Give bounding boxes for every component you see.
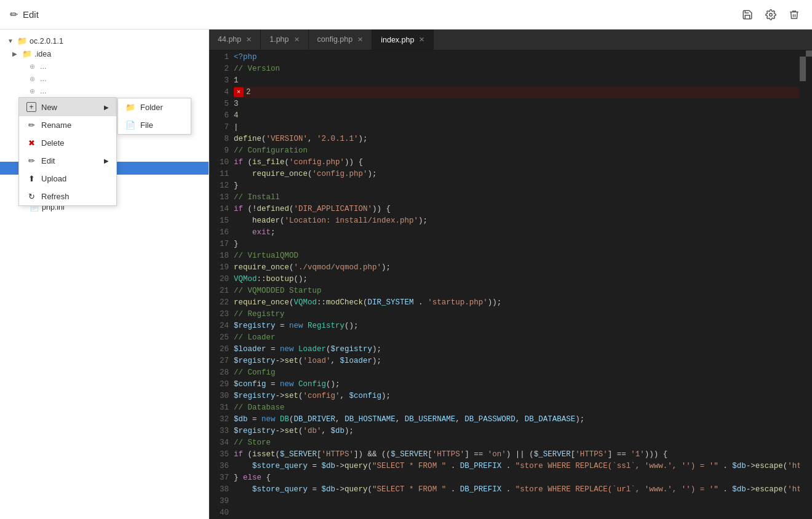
tree-item[interactable]: ⊕ ... [0, 85, 209, 97]
submenu-item-file[interactable]: 📄 File [118, 116, 191, 134]
tree-item[interactable]: ⊕ ... [0, 73, 209, 85]
context-menu-label-refresh: Refresh [41, 192, 70, 201]
sidebar: ▼ 📁 oc.2.0.1.1 ▶ 📁 .idea ⊕ ... ⊕ ... [0, 30, 209, 519]
trash-icon [789, 9, 800, 20]
tab-close-indexphp[interactable]: ✕ [419, 36, 424, 44]
submenu: 📁 Folder 📄 File [117, 98, 191, 135]
folder-icon: 📁 [22, 49, 32, 58]
file-icon: 📄 [125, 121, 135, 130]
context-menu-item-rename[interactable]: ✏ Rename [19, 116, 116, 134]
folder-icon: 📁 [125, 103, 135, 112]
context-menu-label-edit: Edit [41, 156, 55, 165]
tab-indexphp[interactable]: index.php ✕ [372, 30, 434, 50]
tab-bar: 44.php ✕ 1.php ✕ config.php ✕ index.php … [209, 30, 812, 50]
context-menu-label-upload: Upload [41, 174, 66, 183]
context-menu-label-delete: Delete [41, 138, 65, 148]
save-icon [742, 9, 753, 20]
arrow-icon: ▶ [104, 104, 109, 111]
tab-44php[interactable]: 44.php ✕ [209, 30, 261, 50]
context-menu-item-upload[interactable]: ⬆ Upload [19, 170, 116, 188]
page-title: Edit [23, 9, 39, 20]
delete-button[interactable] [786, 7, 802, 23]
arrow-icon: ▶ [104, 157, 109, 164]
delete-icon: ✖ [26, 138, 36, 148]
expand-icon: ▶ [12, 50, 20, 57]
scrollbar-thumb-h[interactable] [806, 50, 812, 57]
tree-item[interactable]: ⊕ ... [0, 60, 209, 73]
tab-configphp[interactable]: config.php ✕ [309, 30, 373, 50]
code-content: <?php// Version1✕234|define('VERSION', '… [234, 50, 800, 497]
root-label: oc.2.0.1.1 [30, 37, 63, 46]
folder-icon: 📁 [17, 36, 27, 46]
rename-icon: ✏ [26, 121, 36, 130]
editor-container: 1234567891011121314151617181920212223242… [209, 50, 806, 519]
file-label: ... [40, 62, 46, 71]
edit-icon: ✏ [26, 156, 36, 165]
header: ✏ Edit [0, 0, 812, 30]
context-menu-item-edit[interactable]: ✏ Edit ▶ [19, 152, 116, 170]
context-menu: + New ▶ 📁 Folder 📄 File ✏ Rename [18, 97, 117, 206]
save-button[interactable] [739, 7, 755, 23]
tree-root-item[interactable]: ▼ 📁 oc.2.0.1.1 [0, 34, 209, 47]
bottom-scrollbar[interactable] [806, 50, 812, 57]
tab-label: 44.php [218, 35, 241, 44]
vertical-scrollbar[interactable] [800, 50, 806, 519]
tab-label: config.php [317, 35, 353, 44]
context-menu-label-new: New [41, 103, 57, 112]
editor-area: 44.php ✕ 1.php ✕ config.php ✕ index.php … [209, 30, 812, 519]
header-title-area: ✏ Edit [10, 9, 39, 20]
pencil-icon: ✏ [10, 9, 18, 20]
tab-label: 1.php [269, 35, 289, 44]
gear-icon [765, 9, 776, 20]
code-editor: 1234567891011121314151617181920212223242… [209, 50, 812, 519]
main-layout: ▼ 📁 oc.2.0.1.1 ▶ 📁 .idea ⊕ ... ⊕ ... [0, 30, 812, 519]
context-menu-item-delete[interactable]: ✖ Delete [19, 134, 116, 152]
scrollbar-thumb[interactable] [800, 57, 806, 81]
tab-close-44php[interactable]: ✕ [246, 36, 252, 44]
new-icon: + [26, 102, 36, 112]
settings-button[interactable] [763, 7, 779, 23]
refresh-icon: ↻ [26, 192, 36, 201]
header-actions [739, 7, 802, 23]
line-numbers: 1234567891011121314151617181920212223242… [209, 50, 234, 519]
context-menu-item-new[interactable]: + New ▶ 📁 Folder 📄 File [19, 98, 116, 116]
tab-close-configphp[interactable]: ✕ [357, 36, 363, 44]
expand-icon: ▼ [7, 38, 15, 44]
idea-folder-item[interactable]: ▶ 📁 .idea [0, 47, 209, 60]
file-label: ... [40, 87, 46, 95]
code-scroll[interactable]: <?php// Version1✕234|define('VERSION', '… [234, 50, 800, 519]
context-menu-item-refresh[interactable]: ↻ Refresh [19, 188, 116, 205]
upload-icon: ⬆ [26, 174, 36, 183]
submenu-label-folder: Folder [140, 103, 163, 112]
file-label: ... [40, 74, 46, 83]
idea-label: .idea [34, 50, 51, 58]
tab-close-1php[interactable]: ✕ [294, 36, 300, 44]
context-menu-label-rename: Rename [41, 121, 71, 130]
submenu-label-file: File [140, 121, 153, 130]
tab-label: index.php [381, 36, 414, 44]
tab-1php[interactable]: 1.php ✕ [261, 30, 308, 50]
submenu-item-folder[interactable]: 📁 Folder [118, 98, 191, 116]
svg-point-0 [770, 13, 773, 16]
